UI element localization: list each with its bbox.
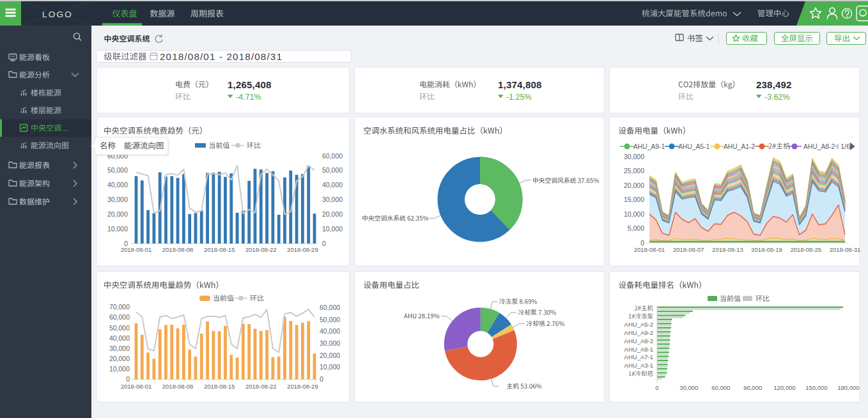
svg-text:10,000: 10,000 [107, 225, 128, 233]
svg-text:1,374,808: 1,374,808 [498, 79, 542, 90]
svg-text:2018-08-22: 2018-08-22 [245, 383, 277, 390]
svg-text:2018-08-07: 2018-08-07 [673, 246, 704, 253]
svg-text:50,000: 50,000 [322, 166, 343, 174]
svg-text:2018/08/01 - 2018/08/31: 2018/08/01 - 2018/08/31 [160, 51, 283, 62]
svg-text:10,000: 10,000 [322, 225, 343, 233]
svg-text:AHU_A8-1: AHU_A8-1 [624, 346, 653, 353]
svg-text:15,000: 15,000 [624, 196, 644, 203]
svg-text:1,265,408: 1,265,408 [228, 79, 272, 90]
svg-text:180,000: 180,000 [837, 384, 859, 391]
svg-text:-3.62%: -3.62% [764, 93, 790, 102]
svg-text:2018-08-15: 2018-08-15 [204, 246, 235, 253]
svg-text:...: ... [62, 124, 68, 133]
svg-text:40,000: 40,000 [109, 334, 130, 342]
svg-text:2018-08-01: 2018-08-01 [121, 383, 152, 390]
svg-text:90,000: 90,000 [743, 384, 762, 391]
svg-text:0: 0 [655, 384, 658, 391]
svg-text:10,000: 10,000 [320, 363, 340, 371]
svg-text:30,000: 30,000 [109, 344, 130, 352]
svg-text:0: 0 [320, 375, 323, 383]
svg-text:20,000: 20,000 [320, 352, 340, 359]
svg-text:30,000: 30,000 [107, 196, 128, 203]
svg-text:AHU_A5-2: AHU_A5-2 [624, 321, 653, 328]
svg-text:0: 0 [640, 239, 644, 247]
svg-text:AHU_A8-2: AHU_A8-2 [803, 143, 835, 150]
svg-text:2018-08-31: 2018-08-31 [830, 246, 861, 253]
svg-text:120,000: 120,000 [773, 384, 795, 391]
svg-text:150,000: 150,000 [805, 384, 827, 391]
svg-text:20,000: 20,000 [109, 355, 130, 362]
svg-text:20,000: 20,000 [322, 210, 343, 218]
svg-text:30,000: 30,000 [624, 153, 644, 160]
svg-text:238,492: 238,492 [756, 79, 792, 90]
svg-text:AHU_A7-1: AHU_A7-1 [624, 353, 653, 360]
svg-text:2018-08-22: 2018-08-22 [245, 246, 277, 253]
svg-text:2018-08-29: 2018-08-29 [287, 246, 318, 253]
svg-text:-1.25%: -1.25% [506, 93, 532, 102]
svg-text:30,000: 30,000 [679, 384, 698, 391]
svg-text:2018-08-29: 2018-08-29 [287, 383, 318, 390]
svg-text:20,000: 20,000 [107, 210, 128, 218]
svg-text:2018-08-01: 2018-08-01 [634, 246, 665, 253]
svg-text:0: 0 [322, 240, 326, 247]
svg-text:60,000: 60,000 [322, 152, 343, 160]
svg-text:60,000: 60,000 [320, 304, 340, 311]
svg-text:LOGO: LOGO [42, 10, 73, 19]
svg-text:10,000: 10,000 [624, 210, 644, 218]
svg-text:60,000: 60,000 [711, 384, 730, 391]
svg-text:40,000: 40,000 [107, 181, 128, 189]
svg-text:2018-08-15: 2018-08-15 [204, 383, 235, 390]
svg-text:1/6: 1/6 [841, 143, 850, 150]
svg-text:50,000: 50,000 [320, 316, 340, 323]
svg-text:0: 0 [126, 375, 130, 383]
svg-text:20,000: 20,000 [624, 182, 644, 189]
svg-text:2018-08-25: 2018-08-25 [790, 246, 821, 253]
svg-text:AHU_A9-2: AHU_A9-2 [624, 329, 653, 336]
svg-text:2018-08-08: 2018-08-08 [162, 383, 194, 390]
svg-text:40,000: 40,000 [320, 327, 340, 335]
svg-text:30,000: 30,000 [320, 339, 340, 347]
svg-text:2018-08-19: 2018-08-19 [751, 246, 782, 253]
svg-text:AHU_A5-1: AHU_A5-1 [678, 143, 709, 150]
svg-text:AHU_A8-2: AHU_A8-2 [624, 337, 653, 344]
svg-text:AHU_A9-1: AHU_A9-1 [633, 143, 665, 150]
svg-text:60,000: 60,000 [109, 313, 130, 321]
svg-text:50,000: 50,000 [107, 166, 128, 174]
svg-text:2018-08-01: 2018-08-01 [121, 246, 152, 253]
svg-text:2018-08-08: 2018-08-08 [162, 246, 194, 253]
svg-text:25,000: 25,000 [624, 167, 644, 174]
svg-text:-4.71%: -4.71% [236, 93, 261, 102]
svg-text:AHU_A1-2: AHU_A1-2 [724, 143, 755, 150]
svg-text:30,000: 30,000 [322, 196, 343, 203]
svg-text:2018-08-13: 2018-08-13 [712, 246, 743, 253]
svg-text:70,000: 70,000 [109, 303, 130, 311]
svg-text:40,000: 40,000 [322, 181, 343, 189]
svg-text:50,000: 50,000 [109, 324, 130, 332]
svg-text:AHU_A3-1: AHU_A3-1 [624, 362, 653, 369]
svg-text:5,000: 5,000 [628, 224, 644, 232]
svg-text:10,000: 10,000 [109, 365, 130, 373]
